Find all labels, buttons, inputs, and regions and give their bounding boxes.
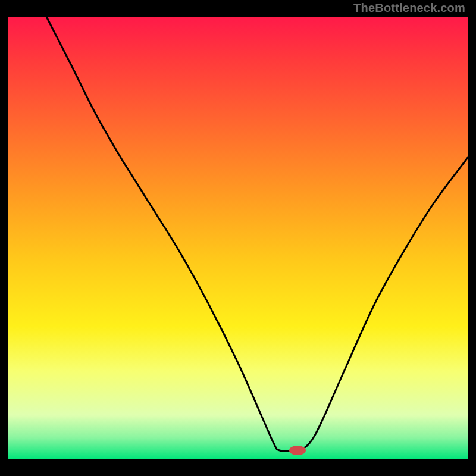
gradient-background <box>8 17 468 459</box>
optimum-marker <box>289 446 306 455</box>
chart-svg <box>0 0 476 476</box>
bottleneck-chart: TheBottleneck.com <box>0 0 476 476</box>
watermark-text: TheBottleneck.com <box>353 1 465 15</box>
